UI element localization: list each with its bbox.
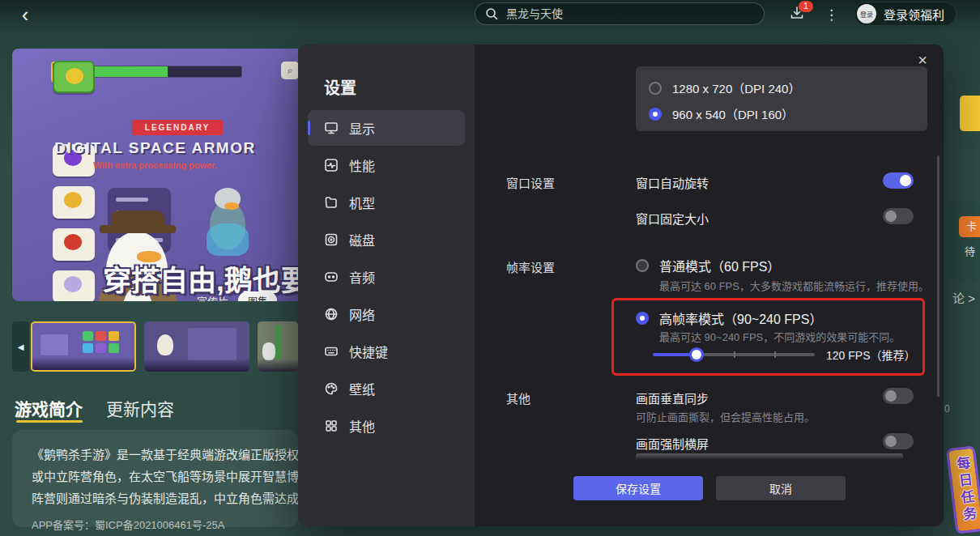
modal-scrollbar[interactable] (937, 155, 940, 397)
search-icon (485, 7, 498, 20)
fixed-size-label: 窗口固定大小 (636, 210, 709, 227)
section-other: 其他 (506, 389, 530, 406)
grid-icon (324, 419, 339, 433)
hero-duck-character (200, 185, 257, 266)
fps-normal-option[interactable]: 普通模式（60 FPS） (636, 254, 780, 276)
login-button[interactable]: 登录 登录领福利 (854, 2, 957, 26)
edge-card-tag[interactable]: 卡 (959, 216, 980, 237)
force-landscape-label: 画面强制横屏 (636, 435, 709, 452)
carousel-thumb-3[interactable] (258, 321, 298, 372)
back-button[interactable]: ‹ (15, 5, 36, 26)
resolution-option-960[interactable]: 960 x 540（DPI 160） (649, 103, 914, 125)
search-box[interactable] (475, 2, 765, 25)
performance-icon (324, 158, 339, 172)
tab-game-intro[interactable]: 游戏简介 (15, 396, 83, 420)
fps-normal-desc: 最高可达 60 FPS，大多数游戏都能流畅运行，推荐使用。 (659, 278, 929, 293)
description-line: 《鹅鸭杀手游》是一款基于经典端游改编正版授权的多人在 (32, 444, 298, 466)
sidebar-item-label: 显示 (349, 118, 375, 138)
settings-modal: 设置 显示 性能 机型 磁盘 音频 网络 快捷键 (298, 45, 944, 526)
clipped-description-text (636, 453, 903, 460)
hero-item-title: DIGITAL SPACE ARMOR (12, 139, 298, 157)
disk-icon (324, 232, 339, 247)
slider-tick (774, 351, 776, 358)
fps-slider-value: 120 FPS（推荐） (826, 347, 915, 363)
login-label: 登录领福利 (884, 6, 944, 23)
section-fps-settings: 帧率设置 (506, 258, 555, 275)
hero-search-icon: ⌕ (281, 62, 298, 79)
hero-progress-bar (87, 66, 242, 78)
sidebar-item-label: 机型 (349, 193, 375, 212)
prev-icon: ◀ (18, 342, 24, 351)
carousel-prev-button[interactable]: ◀ (12, 321, 29, 372)
sidebar-item-hotkeys[interactable]: 快捷键 (308, 334, 465, 369)
sidebar-item-wallpaper[interactable]: 壁纸 (308, 371, 465, 406)
sidebar-item-audio[interactable]: 音频 (308, 259, 465, 295)
app-filing-number: APP备案号：蜀ICP备2021006461号-25A (32, 517, 298, 532)
sidebar-item-device[interactable]: 机型 (308, 185, 465, 220)
game-hero-screenshot[interactable]: 105 ⌕ LEGENDARY DIGITAL SPACE ARMOR With… (12, 49, 298, 301)
network-icon (324, 307, 339, 321)
vsync-label: 画面垂直同步 (636, 389, 709, 406)
edge-comment-panel (948, 201, 980, 282)
audio-icon (324, 270, 339, 284)
device-icon (324, 195, 339, 210)
download-button[interactable]: 1 (789, 5, 805, 24)
hero-menu-button (53, 270, 95, 301)
carousel-thumb-2[interactable] (144, 321, 249, 372)
hero-menu-button (53, 228, 95, 261)
vsync-desc: 可防止画面撕裂，但会提高性能占用。 (636, 409, 815, 424)
edge-yellow-button[interactable] (960, 96, 980, 131)
vsync-toggle[interactable] (883, 388, 914, 404)
section-window-settings: 窗口设置 (506, 174, 555, 191)
gallery-tag[interactable]: 图集 (238, 291, 277, 301)
settings-sidebar: 设置 显示 性能 机型 磁盘 音频 网络 快捷键 (298, 45, 475, 526)
sidebar-item-label: 壁纸 (349, 379, 375, 398)
sidebar-item-network[interactable]: 网络 (308, 296, 465, 332)
settings-main-panel: × 1280 x 720（DPI 240） 960 x 540（DPI 160）… (475, 45, 944, 526)
trailer-tag[interactable]: 宣传片 (197, 293, 228, 301)
cancel-button[interactable]: 取消 (716, 476, 846, 500)
fps-slider-thumb[interactable] (689, 347, 704, 362)
game-description-card: 《鹅鸭杀手游》是一款基于经典端游改编正版授权的多人在 或中立阵营角色，在太空飞船… (12, 430, 298, 527)
radio-selected-icon[interactable] (636, 312, 649, 325)
slider-tick (734, 351, 735, 358)
fps-high-option[interactable]: 高帧率模式（90~240 FPS） (636, 307, 822, 329)
sidebar-item-display[interactable]: 显示 (308, 110, 465, 146)
auto-rotate-toggle[interactable] (883, 172, 914, 189)
sidebar-item-label: 磁盘 (349, 230, 375, 249)
resolution-option-1280[interactable]: 1280 x 720（DPI 240） (649, 77, 914, 99)
radio-unselected-icon[interactable] (636, 259, 649, 272)
radio-selected-icon[interactable] (649, 108, 662, 121)
fps-slider-track[interactable] (653, 353, 815, 356)
hero-menu-button (53, 61, 95, 93)
kebab-menu-button[interactable]: ⋮ (824, 6, 838, 24)
edge-text-fragment: 待 (965, 243, 975, 258)
more-comments-link[interactable]: 论 > (952, 289, 975, 306)
radio-unselected-icon[interactable] (649, 82, 662, 95)
sidebar-item-label: 网络 (349, 304, 375, 324)
force-landscape-toggle[interactable] (883, 433, 914, 449)
top-bar: ‹ 1 ⋮ 登录 登录领福利 (0, 0, 980, 32)
settings-title: 设置 (324, 75, 356, 99)
sidebar-item-performance[interactable]: 性能 (308, 147, 465, 183)
sidebar-item-label: 快捷键 (349, 342, 388, 361)
search-input[interactable] (505, 6, 754, 21)
sidebar-item-label: 其他 (349, 416, 375, 436)
sidebar-item-disk[interactable]: 磁盘 (308, 222, 465, 257)
sidebar-item-other[interactable]: 其他 (308, 408, 465, 444)
save-settings-button[interactable]: 保存设置 (573, 476, 703, 500)
hero-rarity-ribbon: LEGENDARY (132, 120, 223, 135)
description-line: 或中立阵营角色，在太空飞船等场景中展开智慧博弈。鹅阵 (32, 466, 298, 487)
login-avatar: 登录 (857, 4, 876, 23)
carousel-thumb-1[interactable] (31, 321, 136, 372)
active-tab-underline (16, 420, 83, 423)
tab-updates[interactable]: 更新内容 (106, 396, 174, 420)
palette-icon (324, 381, 339, 396)
daily-task-banner[interactable]: 每日任务 (946, 445, 980, 534)
fixed-size-toggle[interactable] (883, 208, 914, 224)
resolution-card: 1280 x 720（DPI 240） 960 x 540（DPI 160） (636, 66, 927, 131)
fps-high-desc: 最高可达 90~240 FPS，不同游戏的效果可能不同。 (659, 329, 900, 344)
sidebar-item-label: 音频 (349, 267, 375, 287)
active-indicator (308, 121, 310, 135)
hero-menu-button (53, 186, 95, 219)
